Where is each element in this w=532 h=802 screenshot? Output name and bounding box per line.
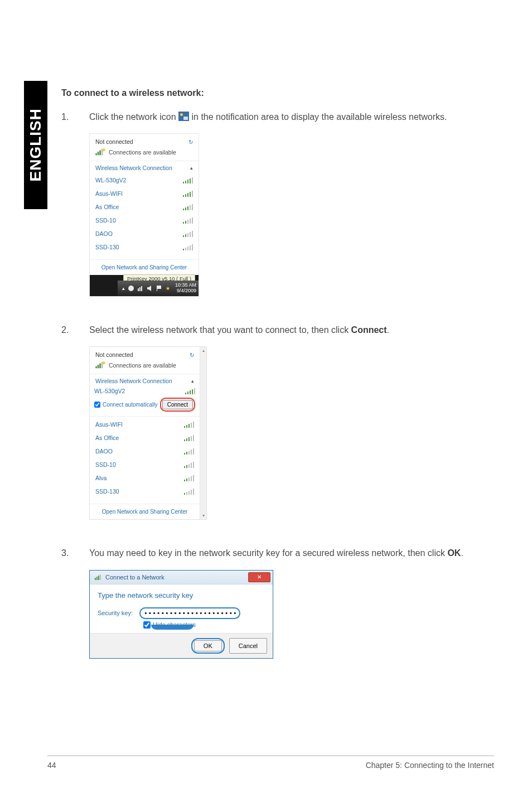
svg-rect-2 (99, 151, 101, 156)
step-number: 1. (61, 110, 89, 123)
network-row[interactable]: DAOO (90, 227, 199, 240)
connections-available-label: Connections are available (109, 362, 176, 369)
network-row[interactable]: WL-530gV2 (90, 173, 199, 187)
network-name: As Office (95, 204, 119, 210)
network-name: WL-530gV2 (95, 177, 126, 183)
signal-strength-icon (183, 204, 194, 210)
refresh-icon[interactable]: ↻ (188, 139, 193, 145)
tray-network-icon[interactable] (137, 285, 144, 292)
network-row[interactable]: DAOO (90, 445, 200, 458)
step-bold: Connect (351, 325, 387, 335)
wireless-section-header[interactable]: Wireless Network Connection ▴ (90, 161, 199, 172)
svg-rect-19 (98, 576, 99, 580)
network-row[interactable]: SSD-10 (90, 458, 200, 471)
svg-marker-9 (147, 286, 151, 291)
connect-button[interactable]: Connect (162, 400, 193, 409)
cancel-button[interactable]: Cancel (229, 638, 267, 654)
hide-characters-checkbox[interactable]: Hide characters (143, 621, 265, 629)
system-tray[interactable]: ▴ ★ 10:35 AM 9/4/2009 (118, 281, 199, 296)
tray-flag-icon[interactable] (156, 285, 163, 292)
network-name: SSD-130 (95, 244, 119, 250)
signal-strength-icon (184, 475, 195, 481)
connect-automatically-checkbox[interactable]: Connect automatically (94, 402, 157, 408)
chevron-up-icon: ▴ (191, 378, 194, 384)
network-name: SSD-10 (95, 461, 116, 468)
wireless-section-label: Wireless Network Connection (95, 378, 172, 384)
screenshot-1: Not connected ↻ Connections are availabl… (89, 133, 502, 297)
svg-rect-10 (157, 286, 161, 289)
network-name: DAOO (95, 448, 113, 455)
network-flyout: Not connected ↻ Connections are availabl… (89, 346, 207, 520)
screenshot-2: Not connected ↻ Connections are availabl… (89, 346, 502, 520)
checkbox-input[interactable] (143, 621, 151, 629)
main-content: To connect to a wireless network: 1. Cli… (61, 88, 502, 685)
language-tab-label: ENGLISH (27, 108, 45, 181)
close-button[interactable]: ✕ (248, 572, 270, 582)
tray-chevron-icon[interactable]: ▴ (122, 286, 125, 291)
svg-rect-17 (95, 578, 96, 580)
tray-volume-icon[interactable] (147, 285, 153, 292)
open-sharing-center-link[interactable]: Open Network and Sharing Center (90, 259, 199, 275)
selected-network[interactable]: WL-530gV2 Connect automatically Connect (90, 385, 200, 417)
checkbox-label: Connect automatically (103, 402, 157, 408)
dialog-icon (94, 574, 102, 581)
ok-button[interactable]: OK (194, 640, 222, 651)
network-row[interactable]: Asus-WIFI (90, 418, 200, 431)
tray-star-icon[interactable]: ★ (166, 286, 170, 291)
step-text-post: in the notification area to display the … (192, 112, 447, 122)
step-text: You may need to key in the network secur… (89, 548, 447, 558)
network-row[interactable]: As Office (90, 200, 199, 214)
svg-rect-1 (98, 152, 99, 155)
network-row[interactable]: Alva (90, 471, 200, 485)
step-text-pre: Click the network icon (89, 112, 178, 122)
highlight-ring (139, 607, 240, 619)
svg-point-5 (128, 286, 134, 291)
signal-strength-icon (183, 244, 194, 250)
network-list: Asus-WIFIAs OfficeDAOOSSD-10AlvaSSD-130 (90, 417, 200, 504)
network-row[interactable]: SSD-130 (90, 240, 199, 254)
svg-point-4 (103, 148, 105, 151)
refresh-icon[interactable]: ↻ (190, 352, 194, 358)
highlight-ring: Connect (160, 398, 195, 412)
svg-rect-14 (99, 364, 101, 369)
network-row[interactable]: SSD-10 (90, 214, 199, 227)
network-row[interactable]: As Office (90, 431, 200, 445)
step-3: 3. You may need to key in the network se… (61, 547, 502, 559)
checkbox-input[interactable] (94, 402, 100, 408)
dialog-heading: Type the network security key (98, 591, 265, 600)
open-sharing-center-link[interactable]: Open Network and Sharing Center (90, 504, 200, 519)
scrollbar[interactable] (200, 347, 206, 519)
signal-strength-icon (183, 217, 194, 224)
signal-strength-icon (184, 434, 195, 441)
tray-clock[interactable]: 10:35 AM 9/4/2009 (173, 283, 196, 294)
dialog-titlebar[interactable]: Connect to a Network ✕ (90, 571, 273, 584)
svg-rect-20 (100, 574, 101, 580)
wireless-section-header[interactable]: Wireless Network Connection ▴ (90, 374, 200, 385)
step-number: 2. (61, 323, 89, 336)
network-row[interactable]: SSD-130 (90, 485, 200, 498)
not-connected-label: Not connected (95, 351, 133, 358)
not-connected-label: Not connected (95, 138, 133, 145)
network-row[interactable]: Asus-WIFI (90, 187, 199, 200)
network-name: As Office (95, 434, 119, 441)
step-1: 1. Click the network icon in the notific… (61, 110, 502, 123)
network-name: WL-530gV2 (94, 388, 125, 394)
dialog-footer: OK Cancel (90, 633, 273, 658)
connections-available: Connections are available (90, 146, 199, 161)
svg-rect-6 (138, 288, 139, 291)
highlight-ring: OK (191, 638, 225, 654)
dialog-body: Type the network security key Security k… (90, 584, 273, 633)
svg-rect-7 (139, 287, 141, 291)
network-name: Asus-WIFI (95, 190, 123, 197)
screenshot-3: Connect to a Network ✕ Type the network … (89, 570, 502, 659)
network-name: Alva (95, 475, 107, 481)
security-key-input[interactable] (144, 610, 236, 617)
signal-strength-icon (184, 448, 195, 455)
svg-rect-0 (95, 153, 97, 156)
svg-rect-12 (95, 366, 97, 369)
tray-action-center-icon[interactable] (128, 285, 134, 292)
svg-rect-18 (96, 577, 98, 580)
network-name: Asus-WIFI (95, 421, 123, 428)
signal-strength-icon (183, 230, 194, 237)
signal-strength-icon (184, 461, 195, 468)
